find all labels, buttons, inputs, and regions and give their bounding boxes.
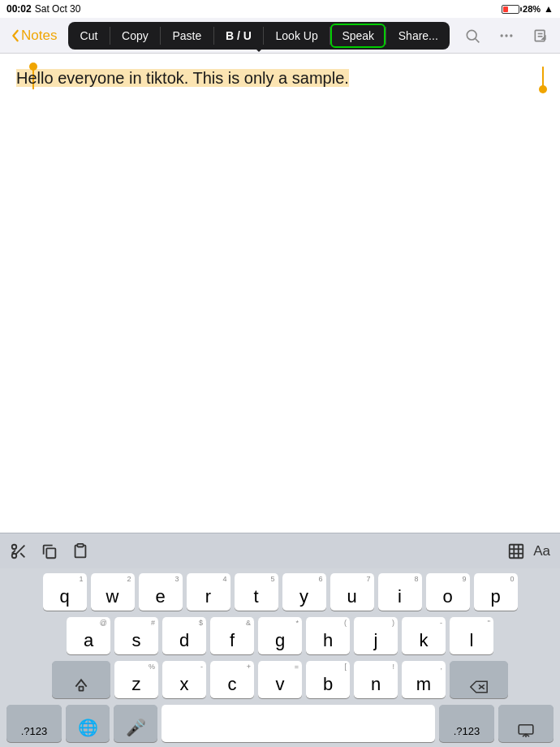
key-p[interactable]: 0p [474, 573, 518, 611]
note-area[interactable]: Hello everyone in tiktok. This is only a… [0, 54, 560, 533]
status-bar: 00:02 Sat Oct 30 28% ▲ [0, 0, 560, 18]
svg-point-2 [501, 34, 503, 37]
bottom-key-row: .?123 🌐 🎤 .?123 [3, 705, 557, 742]
key-s[interactable]: #s [114, 617, 158, 654]
key-a[interactable]: @a [67, 617, 110, 654]
key-z[interactable]: %z [114, 661, 158, 698]
more-options-icon[interactable] [493, 23, 519, 49]
key-c[interactable]: +c [210, 661, 254, 698]
share-button[interactable]: Share... [387, 24, 450, 48]
back-button[interactable]: Notes [6, 24, 62, 47]
key-w[interactable]: 2w [91, 573, 135, 611]
key-row-3: %z -x +c =v [b !n ,m [3, 661, 557, 698]
key-h[interactable]: (h [306, 617, 350, 654]
speak-button[interactable]: Speak [330, 24, 386, 48]
num-key-left[interactable]: .?123 [6, 705, 62, 742]
kb-table-icon[interactable] [507, 542, 525, 560]
key-n[interactable]: !n [354, 661, 398, 698]
key-u[interactable]: 7u [330, 573, 374, 611]
key-e[interactable]: 3e [139, 573, 183, 611]
context-menu: Cut Copy Paste B / U Look Up Speak Share… [68, 22, 450, 50]
backspace-key[interactable] [450, 661, 508, 698]
svg-point-4 [510, 34, 512, 37]
key-v[interactable]: =v [258, 661, 302, 698]
key-l[interactable]: "l [450, 617, 493, 654]
look-up-button[interactable]: Look Up [265, 24, 330, 48]
key-b[interactable]: [b [306, 661, 350, 698]
search-icon[interactable] [459, 23, 485, 49]
key-row-2: @a #s $d &f *g (h )j -k "l [3, 617, 557, 654]
key-j[interactable]: )j [354, 617, 398, 654]
kb-hide-key[interactable] [498, 705, 554, 742]
copy-button[interactable]: Copy [110, 24, 160, 48]
battery-pct: 28% [523, 4, 541, 14]
key-q[interactable]: 1q [43, 573, 87, 611]
num-key-right[interactable]: .?123 [439, 705, 494, 742]
key-x[interactable]: -x [162, 661, 206, 698]
key-m[interactable]: ,m [402, 661, 446, 698]
svg-point-3 [505, 34, 507, 37]
svg-rect-15 [510, 544, 523, 558]
svg-point-0 [467, 30, 476, 40]
svg-line-11 [20, 553, 24, 557]
keyboard-toolbar: Aa [0, 533, 560, 568]
cut-button[interactable]: Cut [69, 24, 110, 48]
key-k[interactable]: -k [402, 617, 446, 654]
mic-key[interactable]: 🎤 [114, 705, 157, 742]
key-t[interactable]: 5t [235, 573, 278, 611]
svg-point-9 [12, 553, 17, 558]
space-key[interactable] [162, 705, 435, 742]
kb-copy-icon[interactable] [41, 542, 58, 560]
svg-line-1 [476, 38, 480, 42]
svg-point-8 [12, 544, 17, 549]
key-d[interactable]: $d [162, 617, 206, 654]
status-day: Sat Oct 30 [35, 3, 81, 15]
keyboard-rows: 1q 2w 3e 4r 5t 6y 7u 8i 9o 0p @a #s $d &… [0, 568, 560, 747]
keyboard-area: Aa 1q 2w 3e 4r 5t 6y 7u 8i 9o 0p @a #s $… [0, 533, 560, 747]
toolbar-right-icons [459, 23, 554, 49]
svg-rect-14 [77, 543, 83, 546]
battery-icon [502, 5, 519, 14]
svg-rect-20 [80, 687, 84, 691]
kb-paste-icon[interactable] [71, 542, 89, 560]
key-g[interactable]: *g [258, 617, 302, 654]
key-i[interactable]: 8i [378, 573, 422, 611]
note-text[interactable]: Hello everyone in tiktok. This is only a… [16, 67, 544, 89]
shift-key[interactable] [52, 661, 110, 698]
new-note-icon[interactable] [528, 23, 554, 49]
toolbar: Notes Cut Copy Paste B / U Look Up Speak… [0, 18, 560, 54]
paste-button[interactable]: Paste [161, 24, 213, 48]
kb-cut-icon[interactable] [10, 542, 28, 560]
key-y[interactable]: 6y [282, 573, 326, 611]
key-row-1: 1q 2w 3e 4r 5t 6y 7u 8i 9o 0p [3, 573, 557, 611]
selected-text: Hello everyone in tiktok. This is only a… [16, 69, 349, 87]
key-f[interactable]: &f [210, 617, 254, 654]
globe-key[interactable]: 🌐 [66, 705, 110, 742]
kb-format-label[interactable]: Aa [533, 543, 550, 559]
svg-rect-13 [46, 548, 55, 558]
key-o[interactable]: 9o [426, 573, 470, 611]
svg-rect-23 [519, 725, 533, 734]
key-r[interactable]: 4r [187, 573, 230, 611]
wifi-icon: ▲ [544, 3, 554, 15]
status-time: 00:02 [6, 3, 32, 15]
back-label: Notes [21, 28, 57, 44]
bold-italic-underline-button[interactable]: B / U [214, 24, 263, 48]
